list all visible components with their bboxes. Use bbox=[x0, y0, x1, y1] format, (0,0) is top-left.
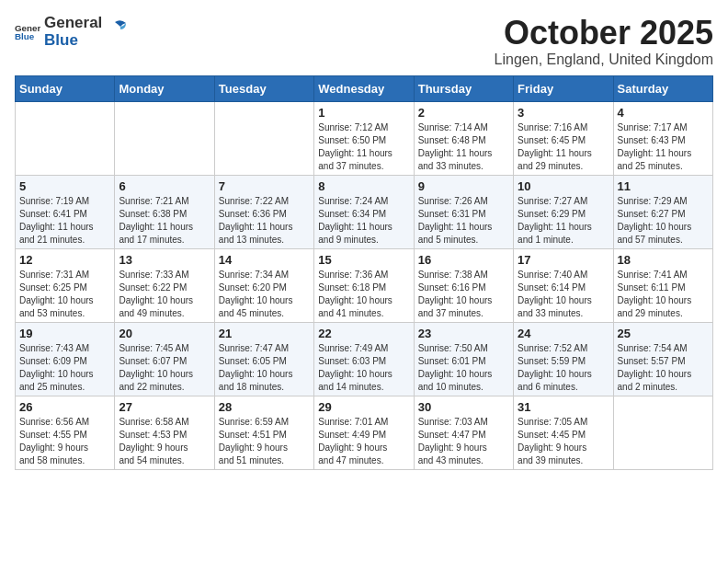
day-number: 5 bbox=[19, 179, 110, 193]
calendar-cell: 16Sunrise: 7:38 AM Sunset: 6:16 PM Dayli… bbox=[414, 248, 513, 322]
day-number: 7 bbox=[219, 179, 310, 193]
calendar-cell: 2Sunrise: 7:14 AM Sunset: 6:48 PM Daylig… bbox=[414, 101, 513, 175]
day-number: 21 bbox=[219, 327, 310, 340]
day-number: 8 bbox=[318, 179, 409, 193]
week-row-4: 19Sunrise: 7:43 AM Sunset: 6:09 PM Dayli… bbox=[16, 322, 713, 396]
page-header: General Blue General Blue October 2025 L… bbox=[15, 15, 713, 68]
day-number: 15 bbox=[318, 253, 409, 267]
calendar-cell bbox=[16, 101, 115, 175]
calendar-cell bbox=[613, 396, 712, 469]
weekday-header-wednesday: Wednesday bbox=[314, 75, 414, 101]
calendar-cell: 17Sunrise: 7:40 AM Sunset: 6:14 PM Dayli… bbox=[514, 248, 613, 322]
day-number: 1 bbox=[318, 106, 409, 120]
day-number: 3 bbox=[518, 106, 609, 120]
day-number: 20 bbox=[119, 327, 210, 340]
calendar-cell: 15Sunrise: 7:36 AM Sunset: 6:18 PM Dayli… bbox=[314, 248, 414, 322]
calendar-cell: 6Sunrise: 7:21 AM Sunset: 6:38 PM Daylig… bbox=[115, 175, 214, 248]
weekday-header-monday: Monday bbox=[115, 75, 214, 101]
calendar-cell: 9Sunrise: 7:26 AM Sunset: 6:31 PM Daylig… bbox=[414, 175, 513, 248]
day-number: 31 bbox=[518, 400, 609, 414]
day-info: Sunrise: 7:36 AM Sunset: 6:18 PM Dayligh… bbox=[318, 269, 409, 320]
day-info: Sunrise: 7:52 AM Sunset: 5:59 PM Dayligh… bbox=[518, 342, 609, 394]
week-row-2: 5Sunrise: 7:19 AM Sunset: 6:41 PM Daylig… bbox=[16, 175, 713, 248]
calendar-cell: 1Sunrise: 7:12 AM Sunset: 6:50 PM Daylig… bbox=[314, 101, 414, 175]
logo: General Blue General Blue bbox=[15, 15, 128, 49]
day-info: Sunrise: 7:38 AM Sunset: 6:16 PM Dayligh… bbox=[418, 269, 509, 320]
calendar-cell: 29Sunrise: 7:01 AM Sunset: 4:49 PM Dayli… bbox=[314, 396, 414, 469]
day-number: 18 bbox=[618, 253, 709, 267]
month-title: October 2025 bbox=[495, 15, 713, 52]
day-info: Sunrise: 7:43 AM Sunset: 6:09 PM Dayligh… bbox=[19, 342, 110, 394]
day-info: Sunrise: 7:05 AM Sunset: 4:45 PM Dayligh… bbox=[518, 416, 609, 467]
calendar-cell: 23Sunrise: 7:50 AM Sunset: 6:01 PM Dayli… bbox=[414, 322, 513, 396]
day-number: 17 bbox=[518, 253, 609, 267]
day-info: Sunrise: 7:29 AM Sunset: 6:27 PM Dayligh… bbox=[618, 195, 709, 247]
day-info: Sunrise: 7:40 AM Sunset: 6:14 PM Dayligh… bbox=[518, 269, 609, 320]
calendar-cell: 7Sunrise: 7:22 AM Sunset: 6:36 PM Daylig… bbox=[214, 175, 313, 248]
day-info: Sunrise: 6:56 AM Sunset: 4:55 PM Dayligh… bbox=[19, 416, 110, 467]
day-info: Sunrise: 7:19 AM Sunset: 6:41 PM Dayligh… bbox=[19, 195, 110, 247]
day-number: 9 bbox=[418, 179, 509, 193]
weekday-header-friday: Friday bbox=[514, 75, 613, 101]
location: Lingen, England, United Kingdom bbox=[495, 52, 713, 68]
logo-general: General bbox=[44, 15, 102, 32]
day-info: Sunrise: 7:47 AM Sunset: 6:05 PM Dayligh… bbox=[219, 342, 310, 394]
day-number: 12 bbox=[19, 253, 110, 267]
day-info: Sunrise: 7:03 AM Sunset: 4:47 PM Dayligh… bbox=[418, 416, 509, 467]
calendar-cell: 19Sunrise: 7:43 AM Sunset: 6:09 PM Dayli… bbox=[16, 322, 115, 396]
day-number: 29 bbox=[318, 400, 409, 414]
calendar-cell: 13Sunrise: 7:33 AM Sunset: 6:22 PM Dayli… bbox=[115, 248, 214, 322]
day-number: 27 bbox=[119, 400, 210, 414]
day-info: Sunrise: 7:14 AM Sunset: 6:48 PM Dayligh… bbox=[418, 121, 509, 173]
day-info: Sunrise: 7:33 AM Sunset: 6:22 PM Dayligh… bbox=[119, 269, 210, 320]
day-number: 13 bbox=[119, 253, 210, 267]
weekday-header-tuesday: Tuesday bbox=[214, 75, 313, 101]
day-info: Sunrise: 7:24 AM Sunset: 6:34 PM Dayligh… bbox=[318, 195, 409, 247]
day-number: 30 bbox=[418, 400, 509, 414]
day-info: Sunrise: 7:21 AM Sunset: 6:38 PM Dayligh… bbox=[119, 195, 210, 247]
day-number: 28 bbox=[219, 400, 310, 414]
day-number: 26 bbox=[19, 400, 110, 414]
calendar-cell: 12Sunrise: 7:31 AM Sunset: 6:25 PM Dayli… bbox=[16, 248, 115, 322]
day-number: 2 bbox=[418, 106, 509, 120]
calendar-cell: 30Sunrise: 7:03 AM Sunset: 4:47 PM Dayli… bbox=[414, 396, 513, 469]
svg-text:Blue: Blue bbox=[15, 31, 35, 41]
day-info: Sunrise: 7:27 AM Sunset: 6:29 PM Dayligh… bbox=[518, 195, 609, 247]
day-number: 23 bbox=[418, 327, 509, 340]
calendar-cell: 8Sunrise: 7:24 AM Sunset: 6:34 PM Daylig… bbox=[314, 175, 414, 248]
day-info: Sunrise: 7:12 AM Sunset: 6:50 PM Dayligh… bbox=[318, 121, 409, 173]
day-number: 22 bbox=[318, 327, 409, 340]
weekday-header-saturday: Saturday bbox=[613, 75, 712, 101]
calendar-cell: 10Sunrise: 7:27 AM Sunset: 6:29 PM Dayli… bbox=[514, 175, 613, 248]
week-row-1: 1Sunrise: 7:12 AM Sunset: 6:50 PM Daylig… bbox=[16, 101, 713, 175]
calendar-cell: 5Sunrise: 7:19 AM Sunset: 6:41 PM Daylig… bbox=[16, 175, 115, 248]
calendar-cell: 26Sunrise: 6:56 AM Sunset: 4:55 PM Dayli… bbox=[16, 396, 115, 469]
calendar-cell: 3Sunrise: 7:16 AM Sunset: 6:45 PM Daylig… bbox=[514, 101, 613, 175]
calendar-cell: 4Sunrise: 7:17 AM Sunset: 6:43 PM Daylig… bbox=[613, 101, 712, 175]
calendar-cell: 24Sunrise: 7:52 AM Sunset: 5:59 PM Dayli… bbox=[514, 322, 613, 396]
calendar-cell: 22Sunrise: 7:49 AM Sunset: 6:03 PM Dayli… bbox=[314, 322, 414, 396]
day-info: Sunrise: 7:22 AM Sunset: 6:36 PM Dayligh… bbox=[219, 195, 310, 247]
weekday-header-thursday: Thursday bbox=[414, 75, 513, 101]
day-info: Sunrise: 6:58 AM Sunset: 4:53 PM Dayligh… bbox=[119, 416, 210, 467]
logo-icon: General Blue bbox=[15, 19, 40, 45]
day-info: Sunrise: 7:26 AM Sunset: 6:31 PM Dayligh… bbox=[418, 195, 509, 247]
week-row-5: 26Sunrise: 6:56 AM Sunset: 4:55 PM Dayli… bbox=[16, 396, 713, 469]
calendar-cell: 28Sunrise: 6:59 AM Sunset: 4:51 PM Dayli… bbox=[214, 396, 313, 469]
day-info: Sunrise: 7:45 AM Sunset: 6:07 PM Dayligh… bbox=[119, 342, 210, 394]
calendar-table: SundayMondayTuesdayWednesdayThursdayFrid… bbox=[15, 75, 713, 470]
day-number: 4 bbox=[618, 106, 709, 120]
weekday-header-sunday: Sunday bbox=[16, 75, 115, 101]
calendar-cell bbox=[214, 101, 313, 175]
day-info: Sunrise: 7:31 AM Sunset: 6:25 PM Dayligh… bbox=[19, 269, 110, 320]
calendar-cell: 11Sunrise: 7:29 AM Sunset: 6:27 PM Dayli… bbox=[613, 175, 712, 248]
calendar-cell: 14Sunrise: 7:34 AM Sunset: 6:20 PM Dayli… bbox=[214, 248, 313, 322]
calendar-cell: 31Sunrise: 7:05 AM Sunset: 4:45 PM Dayli… bbox=[514, 396, 613, 469]
logo-bird-icon bbox=[108, 18, 128, 39]
day-info: Sunrise: 7:50 AM Sunset: 6:01 PM Dayligh… bbox=[418, 342, 509, 394]
day-number: 16 bbox=[418, 253, 509, 267]
day-info: Sunrise: 7:49 AM Sunset: 6:03 PM Dayligh… bbox=[318, 342, 409, 394]
day-number: 14 bbox=[219, 253, 310, 267]
day-number: 24 bbox=[518, 327, 609, 340]
calendar-cell: 27Sunrise: 6:58 AM Sunset: 4:53 PM Dayli… bbox=[115, 396, 214, 469]
